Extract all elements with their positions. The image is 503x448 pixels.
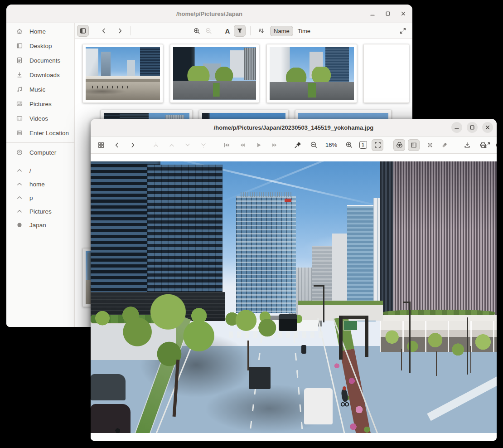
zoom-level-display[interactable]: 16% <box>324 141 339 148</box>
sidebar-item-home[interactable]: Home <box>6 24 74 39</box>
pictures-icon <box>16 100 23 107</box>
file-manager-titlebar[interactable]: /home/p/Pictures/Japan <box>6 5 412 23</box>
back-button[interactable] <box>98 25 110 37</box>
filter-button[interactable] <box>234 25 246 37</box>
info-button[interactable] <box>493 139 497 151</box>
sidebar-item-pictures[interactable]: Pictures <box>6 97 74 111</box>
downloads-icon <box>16 71 23 78</box>
sort-by-name-button[interactable]: Name <box>270 26 293 36</box>
save-download-icon <box>464 141 471 149</box>
close-button[interactable] <box>482 122 493 133</box>
color-channels-button[interactable] <box>393 139 405 151</box>
sidebar-item-desktop[interactable]: Desktop <box>6 39 74 53</box>
documents-icon <box>16 57 23 64</box>
font-size-button[interactable]: A <box>223 25 232 37</box>
show-frame-button[interactable] <box>408 139 420 151</box>
thumbnail-photo-1[interactable] <box>82 44 163 103</box>
previous-page-button[interactable] <box>166 139 178 151</box>
sidebar-item-documents[interactable]: Documents <box>6 53 74 68</box>
sort-order-button[interactable] <box>255 25 267 37</box>
fullscreen-button[interactable] <box>481 139 493 151</box>
thumbnail-photo-3[interactable] <box>266 44 357 103</box>
collapse-chevron-icon <box>16 194 23 201</box>
sidebar-item-label: Desktop <box>29 43 52 49</box>
fast-forward-button[interactable] <box>269 139 281 151</box>
current-folder-dot-icon <box>16 221 23 229</box>
street-lamp <box>409 302 411 373</box>
sidebar-item-japan[interactable]: Japan <box>6 218 74 232</box>
forward-button[interactable] <box>114 25 126 37</box>
sidebar-item-computer[interactable]: Computer <box>6 145 74 160</box>
sidebar-item-pictures-dir[interactable]: Pictures <box>6 205 74 218</box>
sidebar-item-downloads[interactable]: Downloads <box>6 68 74 82</box>
sidebar-item-p[interactable]: p <box>6 191 74 205</box>
videos-icon <box>16 115 23 122</box>
minimize-button[interactable] <box>367 8 378 19</box>
viewer-bottom-strip <box>91 433 497 441</box>
transparency-background-button[interactable] <box>424 139 436 151</box>
tree-trunk <box>401 349 402 370</box>
viewer-titlebar[interactable]: /home/p/Pictures/Japan/20230503_145519_y… <box>91 119 497 136</box>
rewind-button[interactable] <box>237 139 248 151</box>
thumbnail-image <box>86 47 160 100</box>
first-page-button[interactable] <box>150 139 162 151</box>
fit-to-window-button[interactable] <box>372 139 383 151</box>
toolbar-separator <box>131 26 131 35</box>
maximize-button[interactable] <box>382 8 393 19</box>
home-icon <box>16 28 23 35</box>
image-viewer-window[interactable]: /home/p/Pictures/Japan/20230503_145519_y… <box>91 119 497 441</box>
pin-button[interactable] <box>292 139 304 151</box>
chevron-down-dot-icon <box>200 141 207 149</box>
scooter-rider <box>301 345 306 354</box>
frame-icon <box>410 141 417 149</box>
enter-location-icon <box>16 129 23 136</box>
thumbnail-photo-2[interactable] <box>170 44 259 103</box>
sidebar-item-label: / <box>29 167 31 174</box>
sidebar-separator <box>6 142 74 143</box>
last-page-button[interactable] <box>198 139 209 151</box>
sidebar-item-enter-location[interactable]: Enter Location <box>6 126 74 140</box>
tree-trunk <box>470 346 471 373</box>
zoom-out-button[interactable] <box>308 139 319 151</box>
rewind-icon <box>239 141 246 149</box>
previous-image-button[interactable] <box>111 139 123 151</box>
minimize-button[interactable] <box>451 122 462 133</box>
collapse-chevron-icon <box>16 180 23 188</box>
maximize-button[interactable] <box>467 122 478 133</box>
bicycle <box>341 399 349 408</box>
sidebar-item-home-dir[interactable]: home <box>6 177 74 191</box>
zoom-in-button[interactable] <box>343 139 355 151</box>
sidebar-item-label: Videos <box>29 115 48 122</box>
big-tree <box>117 280 231 380</box>
thumbnail-grid-button[interactable] <box>95 139 107 151</box>
thumbnail-photo-4[interactable] <box>363 44 409 103</box>
photo-canvas[interactable] <box>91 161 497 433</box>
sidebar-item-label: Downloads <box>29 72 60 78</box>
next-image-button[interactable] <box>127 139 139 151</box>
save-button[interactable] <box>461 139 473 151</box>
fullscreen-button[interactable] <box>397 25 409 37</box>
zoom-out-button[interactable] <box>203 25 214 37</box>
close-button[interactable] <box>398 8 409 19</box>
filter-funnel-icon <box>236 27 243 34</box>
zoom-in-button[interactable] <box>191 25 203 37</box>
pushpin-icon <box>294 141 302 149</box>
sort-by-time-button[interactable]: Time <box>294 26 314 36</box>
sidebar-item-root[interactable]: / <box>6 164 74 177</box>
play-slideshow-button[interactable] <box>253 139 265 151</box>
actual-size-button[interactable]: 1 <box>357 139 369 151</box>
sidebar-item-videos[interactable]: Videos <box>6 111 74 126</box>
blue-van <box>304 388 333 424</box>
grid-icon <box>97 141 105 149</box>
expand-icon <box>399 27 406 34</box>
skip-to-first-button[interactable] <box>221 139 232 151</box>
zoom-out-icon <box>310 141 318 149</box>
chevron-up-dot-icon <box>152 141 160 149</box>
toggle-sidebar-button[interactable] <box>77 25 89 37</box>
sidebar-spacer <box>6 160 74 164</box>
sidebar-item-music[interactable]: Music <box>6 82 74 97</box>
edit-patch-button[interactable] <box>439 139 450 151</box>
next-page-button[interactable] <box>182 139 193 151</box>
file-manager-toolbar: A Name Time <box>75 23 412 39</box>
sidebar-item-label: Pictures <box>29 208 52 215</box>
